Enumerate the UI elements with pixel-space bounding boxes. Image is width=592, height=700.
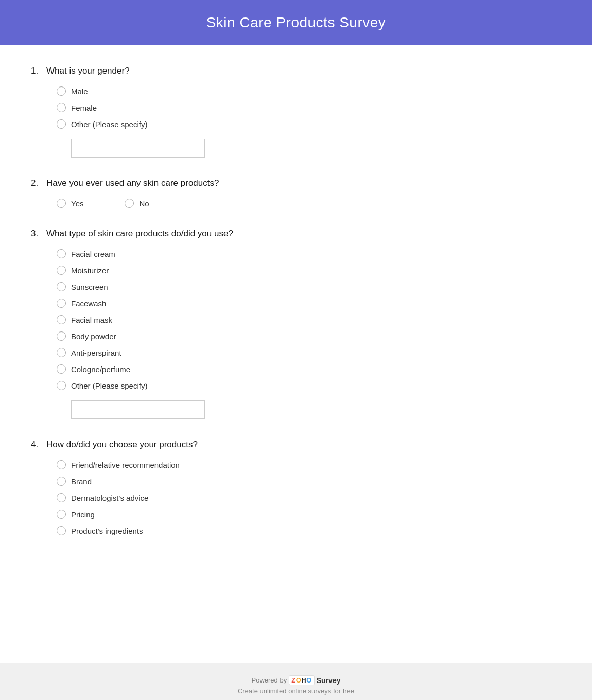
q3-option-5[interactable]: Body powder [57,331,561,341]
question-4-text: How do/did you choose your products? [46,440,198,450]
question-2-number: 2. [31,178,46,188]
question-4-number: 4. [31,440,46,450]
q3-option-other[interactable]: Other (Please specify) [57,381,561,390]
option-label: Yes [71,199,83,208]
option-label: Other (Please specify) [71,120,147,129]
question-2: 2. Have you ever used any skin care prod… [31,178,561,208]
radio-icon [57,381,66,390]
option-label: Male [71,87,88,96]
zoho-letter-z: Z [291,676,295,684]
radio-icon [57,199,66,208]
q2-option-no[interactable]: No [125,199,149,208]
question-3-options: Facial cream Moisturizer Sunscreen Facew… [57,249,561,419]
radio-icon [57,249,66,258]
q3-option-0[interactable]: Facial cream [57,249,561,258]
zoho-letter-o2: O [306,676,312,684]
radio-icon [57,315,66,324]
q2-option-yes[interactable]: Yes [57,199,83,208]
survey-label: Survey [317,676,341,685]
radio-icon [125,199,134,208]
question-1-options: Male Female Other (Please specify) [57,86,561,157]
radio-icon [57,266,66,275]
option-label: Brand [71,477,92,486]
q1-option-female[interactable]: Female [57,103,561,112]
option-label: Facial mask [71,316,112,324]
survey-body: 1. What is your gender? Male Female Othe… [0,45,592,663]
radio-icon [57,460,66,469]
question-3-text: What type of skin care products do/did y… [46,229,233,239]
powered-by-text: Powered by ZOHO Survey [10,675,582,685]
q3-option-4[interactable]: Facial mask [57,315,561,324]
option-label: Cologne/perfume [71,365,130,374]
option-label: Facial cream [71,250,115,258]
option-label: Facewash [71,299,106,308]
q1-option-male[interactable]: Male [57,86,561,96]
q3-option-3[interactable]: Facewash [57,299,561,308]
footer-subtext: Create unlimited online surveys for free [10,687,582,695]
q4-option-1[interactable]: Brand [57,477,561,486]
option-label: Pricing [71,510,95,519]
option-label: Other (Please specify) [71,381,147,390]
option-label: Product's ingredients [71,527,143,535]
radio-icon [57,331,66,341]
zoho-letter-h: H [301,676,306,684]
q4-option-4[interactable]: Product's ingredients [57,526,561,535]
question-3-number: 3. [31,229,46,239]
q3-option-6[interactable]: Anti-perspirant [57,348,561,357]
question-1-text: What is your gender? [46,66,130,76]
q4-option-3[interactable]: Pricing [57,510,561,519]
zoho-letter-o1: O [296,676,302,684]
option-label: Anti-perspirant [71,348,121,357]
option-label: No [139,199,149,208]
radio-icon [57,510,66,519]
footer: Powered by ZOHO Survey Create unlimited … [0,663,592,700]
question-4: 4. How do/did you choose your products? … [31,440,561,535]
survey-title: Skin Care Products Survey [10,14,582,31]
radio-icon [57,364,66,374]
q1-other-input[interactable] [71,139,205,157]
question-2-options: Yes No [57,199,561,208]
q4-option-0[interactable]: Friend/relative recommendation [57,460,561,469]
q4-option-2[interactable]: Dermatologist's advice [57,493,561,502]
radio-icon [57,477,66,486]
option-label: Female [71,103,97,112]
radio-icon [57,348,66,357]
question-3: 3. What type of skin care products do/di… [31,229,561,419]
question-1-number: 1. [31,66,46,76]
question-1: 1. What is your gender? Male Female Othe… [31,66,561,157]
q3-other-input[interactable] [71,400,205,419]
radio-icon [57,119,66,129]
option-label: Body powder [71,332,116,341]
radio-icon [57,299,66,308]
radio-icon [57,526,66,535]
question-4-options: Friend/relative recommendation Brand Der… [57,460,561,535]
question-2-text: Have you ever used any skin care product… [46,178,219,188]
powered-by-label: Powered by [252,676,287,684]
q1-option-other[interactable]: Other (Please specify) [57,119,561,129]
survey-header: Skin Care Products Survey [0,0,592,45]
q3-option-7[interactable]: Cologne/perfume [57,364,561,374]
radio-icon [57,103,66,112]
option-label: Sunscreen [71,283,108,291]
radio-icon [57,282,66,291]
q3-option-2[interactable]: Sunscreen [57,282,561,291]
option-label: Friend/relative recommendation [71,461,180,469]
zoho-logo: ZOHO [289,675,315,685]
radio-icon [57,493,66,502]
radio-icon [57,86,66,96]
option-label: Dermatologist's advice [71,494,148,502]
option-label: Moisturizer [71,266,109,275]
q3-option-1[interactable]: Moisturizer [57,266,561,275]
